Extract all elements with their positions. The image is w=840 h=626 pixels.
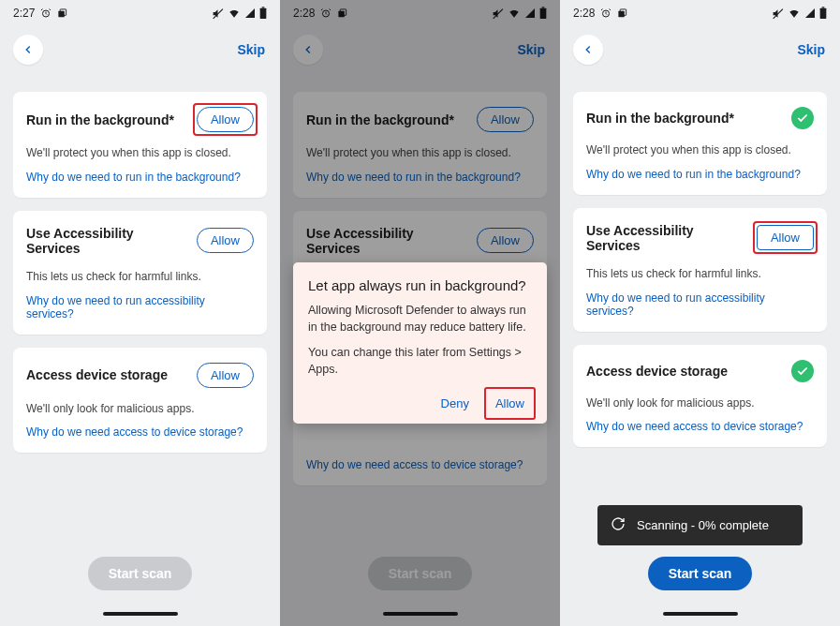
card-storage: Access device storage We'll only look fo… — [573, 345, 827, 448]
top-bar: Skip — [560, 26, 840, 73]
refresh-icon — [611, 516, 626, 534]
screen-2: 2:28 Skip Run in the background* Allow W… — [280, 0, 560, 626]
status-bar: 2:28 — [560, 0, 840, 26]
mute-icon — [772, 7, 784, 20]
card-title: Use Accessibility Services — [586, 223, 749, 253]
dialog-title: Let app always run in background? — [308, 277, 532, 293]
battery-icon — [819, 7, 827, 20]
signal-icon — [244, 7, 256, 19]
wifi-icon — [788, 7, 801, 20]
toast-text: Scanning - 0% complete — [637, 518, 769, 532]
skip-button[interactable]: Skip — [235, 37, 267, 63]
skip-button[interactable]: Skip — [795, 37, 827, 63]
card-link[interactable]: Why do we need access to device storage? — [586, 420, 803, 433]
card-link[interactable]: Why do we need to run in the background? — [586, 168, 801, 181]
android-navbar[interactable] — [0, 605, 280, 622]
card-link[interactable]: Why do we need to run in the background? — [26, 171, 241, 184]
card-title: Access device storage — [26, 367, 168, 382]
footer: Start scan — [0, 557, 280, 626]
card-accessibility: Use Accessibility Services Allow This le… — [573, 208, 827, 332]
wifi-icon — [228, 7, 241, 20]
mute-icon — [212, 7, 224, 20]
android-navbar[interactable] — [560, 605, 840, 622]
svg-rect-4 — [260, 8, 267, 19]
allow-button[interactable]: Allow — [197, 107, 254, 132]
card-background: Run in the background* Allow We'll prote… — [13, 92, 267, 198]
alarm-icon — [600, 7, 612, 19]
card-desc: We'll protect you when this app is close… — [26, 145, 254, 161]
card-link[interactable]: Why do we need to run accessibility serv… — [586, 291, 814, 318]
card-storage: Access device storage Allow We'll only l… — [13, 348, 267, 454]
card-desc: We'll only look for malicious apps. — [586, 395, 814, 411]
card-accessibility: Use Accessibility Services Allow This le… — [13, 211, 267, 335]
svg-rect-17 — [822, 7, 825, 7]
card-background: Run in the background* We'll protect you… — [573, 92, 827, 195]
allow-button[interactable]: Allow — [757, 225, 814, 250]
status-time: 2:27 — [13, 7, 35, 20]
start-scan-button[interactable]: Start scan — [648, 557, 753, 590]
card-link[interactable]: Why do we need to run accessibility serv… — [26, 294, 254, 320]
status-time: 2:28 — [573, 7, 595, 20]
svg-rect-5 — [262, 7, 265, 7]
svg-rect-1 — [59, 10, 65, 16]
battery-icon — [259, 7, 267, 20]
footer: Start scan — [560, 557, 840, 626]
allow-button[interactable]: Allow — [197, 228, 254, 253]
card-title: Run in the background* — [26, 112, 174, 127]
card-desc: We'll only look for malicious apps. — [26, 401, 254, 417]
svg-rect-13 — [619, 10, 625, 16]
screen-3: 2:28 Skip Run in the background* We'll p… — [560, 0, 840, 626]
screen-content: Run in the background* Allow We'll prote… — [0, 73, 280, 626]
check-icon — [791, 107, 814, 129]
screen-1: 2:27 Skip Run in the background* Allow — [0, 0, 280, 626]
card-title: Run in the background* — [586, 111, 734, 126]
scanning-toast: Scanning - 0% complete — [597, 505, 803, 545]
start-scan-button: Start scan — [88, 557, 193, 590]
signal-icon — [804, 7, 816, 19]
card-desc: We'll protect you when this app is close… — [586, 142, 814, 158]
dialog-body: Allowing Microsoft Defender to always ru… — [308, 303, 532, 335]
svg-rect-16 — [820, 8, 827, 19]
cards-icon — [617, 8, 627, 19]
background-permission-dialog: Let app always run in background? Allowi… — [293, 262, 547, 424]
dialog-allow-button[interactable]: Allow — [488, 391, 532, 416]
check-icon — [791, 360, 814, 382]
card-desc: This lets us check for harmful links. — [586, 266, 814, 282]
allow-button[interactable]: Allow — [197, 363, 254, 388]
cards-icon — [57, 8, 67, 19]
card-desc: This lets us check for harmful links. — [26, 269, 254, 285]
card-title: Use Accessibility Services — [26, 226, 189, 256]
card-title: Access device storage — [586, 364, 728, 379]
status-bar: 2:27 — [0, 0, 280, 26]
top-bar: Skip — [0, 26, 280, 73]
back-button[interactable] — [573, 35, 603, 65]
card-link[interactable]: Why do we need access to device storage? — [26, 425, 243, 439]
back-button[interactable] — [13, 35, 43, 65]
dialog-deny-button[interactable]: Deny — [434, 391, 477, 416]
alarm-icon — [40, 7, 52, 19]
dialog-body: You can change this later from Settings … — [308, 345, 532, 378]
